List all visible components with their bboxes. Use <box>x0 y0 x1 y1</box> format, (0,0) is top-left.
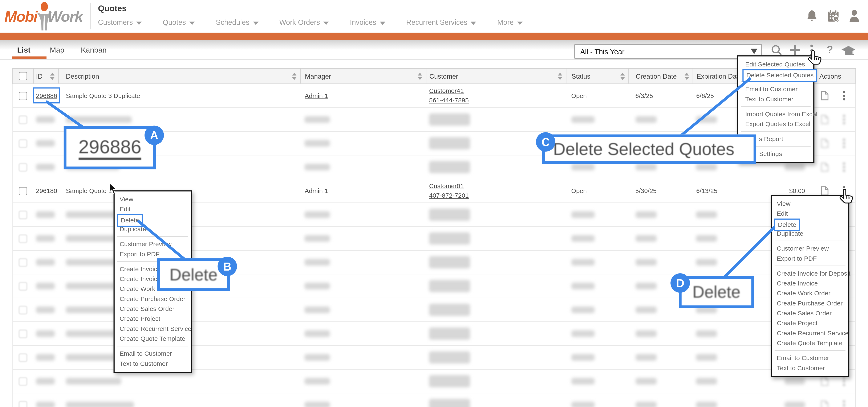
menu-item-view[interactable]: View <box>772 199 848 208</box>
column-header-customer[interactable]: Customer <box>427 69 566 83</box>
tab-map[interactable]: Map <box>50 46 64 54</box>
customer-phone-link[interactable]: 561-444-7895 <box>429 96 469 104</box>
row-menu-icon[interactable] <box>842 162 846 172</box>
row-checkbox[interactable] <box>19 377 27 385</box>
training-cap-icon[interactable] <box>841 45 856 57</box>
help-icon[interactable]: ? <box>827 44 833 56</box>
nav-item-invoices[interactable]: Invoices <box>350 18 385 27</box>
customer-name-link[interactable]: Customer41 <box>429 87 469 95</box>
nav-item-customers[interactable]: Customers <box>98 18 142 27</box>
export-document-icon[interactable] <box>821 400 829 407</box>
manager-link[interactable]: Admin 1 <box>305 188 328 194</box>
menu-item-email-to-customer[interactable]: Email to Customer <box>115 348 191 359</box>
column-header-manager[interactable]: Manager <box>301 69 427 83</box>
menu-item-delete[interactable]: Delete <box>115 214 191 224</box>
more-actions-icon[interactable] <box>809 44 814 57</box>
column-header-id[interactable]: ID <box>34 69 59 83</box>
row-checkbox[interactable] <box>19 115 27 124</box>
export-document-icon[interactable] <box>821 91 829 101</box>
menu-item-create-quote-template[interactable]: Create Quote Template <box>772 338 848 348</box>
customer-phone-link[interactable]: 407-872-7201 <box>429 192 469 200</box>
row-checkbox[interactable] <box>19 187 27 195</box>
menu-item-delete[interactable]: Delete <box>772 218 848 229</box>
schedule-calendar-icon[interactable] <box>827 9 840 23</box>
row-checkbox[interactable] <box>19 234 27 243</box>
menu-item-export-quotes-to-excel[interactable]: Export Quotes to Excel <box>738 119 813 129</box>
export-document-icon[interactable] <box>821 162 829 172</box>
menu-item-edit-selected-quotes[interactable]: Edit Selected Quotes <box>738 59 813 69</box>
nav-item-recurrent-services[interactable]: Recurrent Services <box>406 18 476 27</box>
menu-item-create-invoice-for-deposit[interactable]: Create Invoice for Deposit <box>772 268 848 278</box>
add-quote-icon[interactable] <box>789 44 801 56</box>
export-document-icon[interactable] <box>821 114 829 125</box>
search-icon[interactable] <box>771 44 783 57</box>
date-filter-select[interactable]: All - This Year <box>574 44 763 59</box>
sort-caret-icon[interactable] <box>291 72 297 80</box>
quote-id-link[interactable]: 296886 <box>36 93 57 99</box>
menu-item-email-to-customer[interactable]: Email to Customer <box>772 353 848 363</box>
row-checkbox[interactable] <box>19 139 27 147</box>
customer-name-link[interactable]: Customer01 <box>429 182 469 190</box>
menu-item-text-to-customer[interactable]: Text to Customer <box>115 359 191 368</box>
menu-item-customer-preview[interactable]: Customer Preview <box>772 243 848 253</box>
row-menu-icon[interactable] <box>842 138 846 148</box>
user-account-icon[interactable] <box>848 9 861 23</box>
sort-caret-icon[interactable] <box>50 72 55 80</box>
menu-item-customer-preview[interactable]: Customer Preview <box>115 239 191 249</box>
quote-id-link[interactable]: 296180 <box>36 188 57 194</box>
menu-item-view[interactable]: View <box>115 194 191 204</box>
nav-item-schedules[interactable]: Schedules <box>216 18 258 27</box>
menu-item-delete-selected-quotes[interactable]: Delete Selected Quotes <box>738 69 813 79</box>
export-document-icon[interactable] <box>821 138 829 148</box>
notifications-bell-icon[interactable] <box>806 9 818 23</box>
row-checkbox[interactable] <box>19 401 27 407</box>
sort-caret-icon[interactable] <box>684 72 689 80</box>
mobiwork-logo[interactable]: Mobi Work <box>4 1 83 32</box>
menu-item-text-to-customer[interactable]: Text to Customer <box>772 363 848 373</box>
menu-item-create-work-order[interactable]: Create Work Order <box>772 288 848 298</box>
row-menu-icon[interactable] <box>842 376 846 386</box>
row-checkbox[interactable] <box>19 282 27 290</box>
menu-item-create-recurrent-service[interactable]: Create Recurrent Service <box>115 324 191 334</box>
menu-item-create-quote-template[interactable]: Create Quote Template <box>115 334 191 343</box>
row-menu-icon[interactable] <box>842 186 846 196</box>
menu-item-create-purchase-order[interactable]: Create Purchase Order <box>115 294 191 304</box>
menu-item-create-purchase-order[interactable]: Create Purchase Order <box>772 298 848 308</box>
row-checkbox[interactable] <box>19 330 27 338</box>
menu-item-edit[interactable]: Edit <box>115 204 191 214</box>
nav-item-quotes[interactable]: Quotes <box>163 18 195 27</box>
tab-kanban[interactable]: Kanban <box>81 46 107 54</box>
row-checkbox[interactable] <box>19 353 27 361</box>
menu-item-create-project[interactable]: Create Project <box>772 318 848 328</box>
menu-item-email-to-customer[interactable]: Email to Customer <box>738 84 813 94</box>
sort-caret-icon[interactable] <box>558 72 563 80</box>
menu-item-export-to-pdf[interactable]: Export to PDF <box>115 249 191 259</box>
row-menu-icon[interactable] <box>842 400 846 407</box>
menu-item-create-sales-order[interactable]: Create Sales Order <box>115 304 191 314</box>
column-header-description[interactable]: Description <box>59 69 301 83</box>
menu-item-create-recurrent-service[interactable]: Create Recurrent Service <box>772 328 848 338</box>
column-header-creation-date[interactable]: Creation Date <box>629 69 693 83</box>
tab-list[interactable]: List <box>17 46 31 54</box>
row-checkbox[interactable] <box>19 92 27 100</box>
sort-caret-icon[interactable] <box>620 72 625 80</box>
menu-item-create-invoice[interactable]: Create Invoice <box>772 278 848 288</box>
menu-item-edit[interactable]: Edit <box>772 208 848 218</box>
column-header-status[interactable]: Status <box>566 69 629 83</box>
menu-item-create-sales-order[interactable]: Create Sales Order <box>772 308 848 318</box>
nav-item-work-orders[interactable]: Work Orders <box>279 18 329 27</box>
export-document-icon[interactable] <box>821 376 829 386</box>
menu-item-import-quotes-from-excel[interactable]: Import Quotes from Excel <box>738 109 813 119</box>
row-menu-icon[interactable] <box>842 114 846 125</box>
menu-item-text-to-customer[interactable]: Text to Customer <box>738 94 813 104</box>
manager-link[interactable]: Admin 1 <box>305 93 328 99</box>
export-document-icon[interactable] <box>821 186 829 196</box>
menu-item-create-project[interactable]: Create Project <box>115 314 191 324</box>
nav-item-more[interactable]: More <box>497 18 523 27</box>
row-menu-icon[interactable] <box>842 91 846 101</box>
select-all-checkbox[interactable] <box>19 72 27 80</box>
row-checkbox[interactable] <box>19 306 27 314</box>
menu-item-export-to-pdf[interactable]: Export to PDF <box>772 253 848 263</box>
row-checkbox[interactable] <box>19 163 27 171</box>
row-checkbox[interactable] <box>19 258 27 266</box>
